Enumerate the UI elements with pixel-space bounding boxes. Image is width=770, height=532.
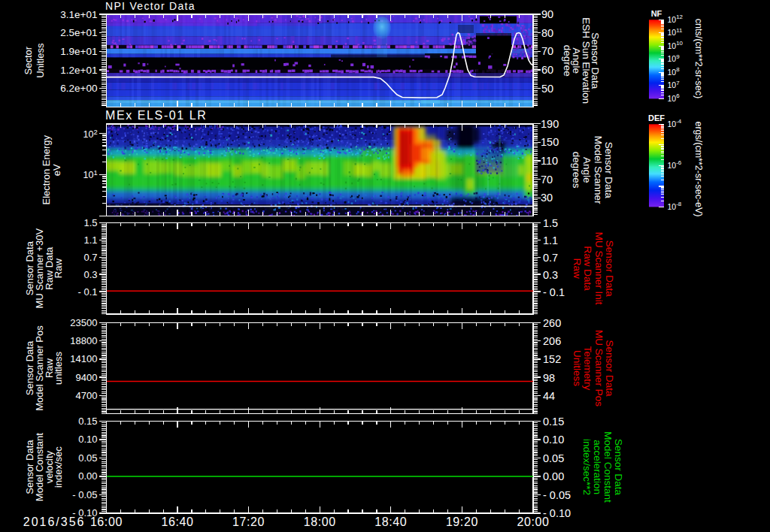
svg-text:150: 150: [541, 136, 559, 148]
svg-text:19:20: 19:20: [446, 515, 478, 528]
svg-text:MU Scanner Init: MU Scanner Init: [593, 232, 605, 305]
svg-text:17:20: 17:20: [232, 515, 265, 528]
svg-text:unitless: unitless: [53, 351, 64, 385]
svg-text:50: 50: [541, 83, 553, 95]
svg-text:0.05: 0.05: [78, 452, 97, 464]
svg-text:NPI Vector Data: NPI Vector Data: [105, 0, 196, 12]
svg-text:Raw: Raw: [53, 258, 64, 279]
svg-text:20:00: 20:00: [517, 515, 549, 528]
svg-text:Model Constant: Model Constant: [602, 431, 614, 503]
svg-text:eV: eV: [51, 164, 62, 176]
svg-text:60: 60: [541, 64, 553, 76]
svg-text:Sector: Sector: [23, 46, 34, 74]
svg-text:0.15: 0.15: [543, 416, 564, 428]
svg-text:0.05: 0.05: [543, 452, 564, 464]
svg-text:Unitless: Unitless: [571, 350, 583, 386]
svg-text:80: 80: [541, 27, 553, 39]
svg-text:Model Scanner: Model Scanner: [593, 136, 604, 204]
svg-text:190: 190: [541, 118, 559, 130]
svg-text:- 0.1: - 0.1: [77, 286, 97, 298]
svg-text:0.3: 0.3: [543, 269, 558, 281]
svg-text:1.5: 1.5: [83, 217, 97, 228]
svg-text:NF: NF: [651, 9, 662, 18]
svg-text:2.5e+01: 2.5e+01: [60, 27, 97, 38]
svg-text:DEF: DEF: [648, 113, 665, 122]
svg-text:0.7: 0.7: [83, 252, 97, 263]
svg-text:Angle: Angle: [581, 157, 593, 183]
svg-text:Telemetry: Telemetry: [582, 346, 593, 391]
svg-text:9400: 9400: [76, 372, 98, 383]
svg-text:4700: 4700: [76, 390, 98, 401]
svg-text:44: 44: [543, 390, 555, 402]
svg-text:degrees: degrees: [571, 152, 582, 189]
svg-text:0.7: 0.7: [543, 252, 558, 264]
svg-text:Raw: Raw: [571, 258, 583, 279]
svg-text:0.00: 0.00: [78, 470, 97, 482]
svg-text:1.9e+01: 1.9e+01: [60, 46, 97, 57]
svg-text:0.3: 0.3: [83, 269, 97, 280]
svg-text:Sensor Data: Sensor Data: [604, 240, 615, 298]
svg-text:degree: degree: [562, 45, 573, 77]
svg-text:Sensor Data: Sensor Data: [603, 142, 614, 199]
svg-text:1.5: 1.5: [543, 217, 558, 229]
svg-text:1.2e+01: 1.2e+01: [60, 65, 97, 76]
svg-text:0.15: 0.15: [78, 416, 97, 427]
svg-text:16:40: 16:40: [161, 515, 193, 528]
svg-text:0.10: 0.10: [78, 434, 97, 445]
svg-text:3.1e+01: 3.1e+01: [60, 9, 97, 20]
svg-text:70: 70: [541, 174, 553, 186]
svg-text:90: 90: [541, 8, 553, 20]
svg-text:MEx ELS-01 LR: MEx ELS-01 LR: [105, 109, 208, 122]
svg-text:index/sec**2: index/sec**2: [581, 439, 593, 495]
svg-text:MU Scanner Pos: MU Scanner Pos: [593, 330, 605, 407]
svg-text:Sensor Data: Sensor Data: [613, 439, 624, 496]
svg-text:206: 206: [543, 335, 561, 347]
svg-text:Sensor Data: Sensor Data: [604, 340, 615, 397]
svg-text:16:00: 16:00: [90, 515, 123, 528]
svg-text:0.10: 0.10: [543, 434, 564, 446]
svg-text:index/sec: index/sec: [53, 446, 64, 488]
svg-text:Unitless: Unitless: [35, 43, 46, 78]
svg-text:18:40: 18:40: [374, 515, 407, 528]
svg-text:6.2e+00: 6.2e+00: [60, 83, 97, 94]
svg-text:23500: 23500: [70, 317, 97, 328]
svg-text:260: 260: [543, 317, 561, 329]
svg-text:cnts/(cm**2-sr-sec): cnts/(cm**2-sr-sec): [693, 19, 704, 98]
svg-text:0.00: 0.00: [543, 470, 564, 482]
svg-text:18800: 18800: [70, 335, 97, 346]
svg-text:- 0.05: - 0.05: [543, 489, 571, 501]
svg-text:98: 98: [543, 372, 555, 384]
svg-text:70: 70: [541, 45, 553, 57]
svg-text:2016/356: 2016/356: [23, 515, 86, 528]
svg-text:1.1: 1.1: [543, 234, 558, 246]
svg-text:ergs/(cm**2-sr-sec-eV): ergs/(cm**2-sr-sec-eV): [693, 121, 704, 216]
svg-text:acceleration: acceleration: [592, 440, 603, 494]
svg-text:30: 30: [541, 192, 553, 204]
svg-text:1.1: 1.1: [83, 234, 97, 246]
svg-text:152: 152: [543, 353, 561, 365]
svg-text:Electron Energy: Electron Energy: [41, 135, 52, 204]
svg-text:14100: 14100: [70, 353, 97, 364]
svg-text:18:00: 18:00: [304, 515, 336, 528]
svg-text:- 0.05: - 0.05: [72, 489, 97, 500]
svg-text:110: 110: [541, 155, 558, 167]
svg-text:Raw Data: Raw Data: [582, 246, 593, 292]
svg-text:- 0.1: - 0.1: [543, 286, 565, 298]
